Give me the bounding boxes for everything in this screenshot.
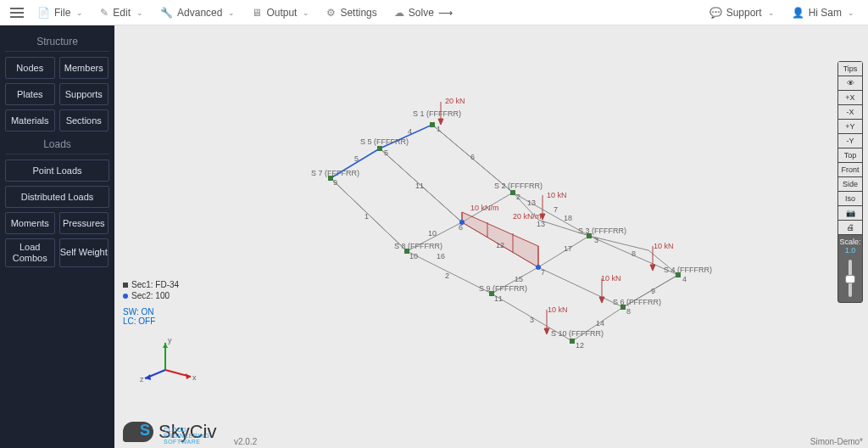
svg-text:5: 5	[354, 154, 359, 163]
svg-text:13: 13	[537, 220, 545, 228]
pressures-button[interactable]: Pressures	[59, 212, 109, 234]
user-icon: 👤	[792, 7, 804, 19]
scale-label: Scale:	[838, 235, 862, 246]
screenshot-button[interactable]: 📷	[838, 206, 862, 221]
axis-gizmo: x y z	[140, 336, 199, 390]
monitor-icon: 🖥	[252, 7, 262, 19]
svg-text:S 6 (FFFFRR): S 6 (FFFFRR)	[613, 298, 661, 306]
svg-text:4: 4	[408, 127, 412, 136]
self-weight-button[interactable]: Self Weight	[59, 238, 109, 267]
sections-button[interactable]: Sections	[59, 109, 109, 132]
svg-text:S 2 (FFFFRR): S 2 (FFFFRR)	[494, 182, 542, 190]
svg-text:10: 10	[409, 252, 418, 260]
status-bar: v2.0.2 Simon-Demo*	[229, 434, 868, 448]
view-plus-x-button[interactable]: +X	[838, 91, 862, 105]
menu-advanced[interactable]: 🔧Advanced⌄	[152, 0, 243, 25]
view-minus-y-button[interactable]: -Y	[838, 134, 862, 148]
svg-marker-103	[186, 373, 191, 379]
visibility-button[interactable]: 👁	[838, 76, 862, 91]
arrow-right-icon	[438, 7, 453, 19]
supports-button[interactable]: Supports	[59, 83, 109, 105]
svg-text:11: 11	[415, 182, 424, 190]
scale-slider[interactable]	[838, 257, 862, 302]
menu-solve[interactable]: ☁Solve	[386, 0, 461, 25]
view-front-button[interactable]: Front	[838, 163, 862, 177]
sidebar-structure-title: Structure	[5, 36, 109, 52]
svg-text:S 5 (FFFFRR): S 5 (FFFFRR)	[360, 137, 409, 146]
svg-text:10 kN: 10 kN	[548, 305, 568, 314]
svg-text:13: 13	[527, 199, 536, 207]
plates-button[interactable]: Plates	[5, 83, 55, 105]
view-minus-x-button[interactable]: -X	[838, 105, 862, 120]
svg-marker-37	[650, 265, 655, 271]
view-toolbar: Tips 👁 +X -X +Y -Y Top Front Side Iso 📷 …	[837, 61, 863, 303]
top-menu-bar: 📄File⌄ ✎Edit⌄ 🔧Advanced⌄ 🖥Output⌄ ⚙Setti…	[0, 0, 868, 25]
svg-text:3: 3	[594, 236, 598, 244]
svg-text:14: 14	[596, 319, 604, 328]
svg-text:15: 15	[515, 275, 523, 283]
wrench-icon: 🔧	[160, 7, 173, 19]
svg-text:10: 10	[428, 229, 437, 238]
hamburger-icon[interactable]	[5, 8, 29, 18]
svg-text:6: 6	[459, 223, 463, 232]
left-sidebar: Structure Nodes Members Plates Supports …	[0, 25, 114, 448]
view-top-button[interactable]: Top	[838, 148, 862, 163]
legend-sec2: Sec2: 100	[131, 291, 170, 300]
svg-text:7: 7	[541, 268, 545, 277]
svg-text:16: 16	[437, 252, 445, 260]
svg-rect-51	[570, 339, 575, 344]
svg-text:2: 2	[445, 272, 449, 280]
svg-text:8: 8	[632, 249, 636, 258]
load-combo-status: LC: OFF	[123, 316, 179, 326]
svg-text:10 kN: 10 kN	[601, 274, 621, 283]
menu-edit[interactable]: ✎Edit⌄	[92, 0, 152, 25]
view-side-button[interactable]: Side	[838, 177, 862, 192]
camera-icon: 📷	[846, 209, 855, 217]
tips-button[interactable]: Tips	[838, 62, 862, 76]
load-combos-button[interactable]: Load Combos	[5, 238, 55, 267]
view-plus-y-button[interactable]: +Y	[838, 120, 862, 134]
sidebar-loads-title: Loads	[5, 138, 109, 154]
svg-text:9: 9	[333, 178, 337, 187]
logo-tagline: CLOUD ENGINEERING SOFTWARE	[164, 427, 216, 445]
menu-user[interactable]: 👤Hi Sam⌄	[783, 0, 863, 25]
point-loads-button[interactable]: Point Loads	[5, 160, 109, 182]
chat-icon: 💬	[709, 7, 722, 19]
materials-button[interactable]: Materials	[5, 109, 55, 132]
members-button[interactable]: Members	[59, 57, 109, 79]
svg-text:10 kN: 10 kN	[547, 191, 567, 199]
model-canvas[interactable]: 20 kN 10 kN 10 kN 10 kN 10 kN 10 kN/m 20…	[114, 25, 868, 448]
nodes-button[interactable]: Nodes	[5, 57, 55, 79]
version-label: v2.0.2	[234, 437, 257, 446]
distributed-loads-button[interactable]: Distributed Loads	[5, 186, 109, 208]
svg-marker-39	[599, 297, 604, 303]
svg-text:S 8 (FFFFRR): S 8 (FFFFRR)	[394, 242, 442, 250]
menu-output[interactable]: 🖥Output⌄	[243, 0, 318, 25]
svg-text:12: 12	[496, 241, 504, 249]
menu-settings[interactable]: ⚙Settings	[318, 0, 385, 25]
print-button[interactable]: 🖨	[838, 221, 862, 235]
svg-text:S 3 (FFFFRR): S 3 (FFFFRR)	[578, 227, 626, 235]
structure-svg: 20 kN 10 kN 10 kN 10 kN 10 kN 10 kN/m 20…	[114, 25, 868, 448]
eye-icon: 👁	[847, 79, 854, 87]
svg-text:S 7 (FFFFRR): S 7 (FFFFRR)	[311, 169, 359, 177]
svg-text:18: 18	[564, 214, 572, 222]
moments-button[interactable]: Moments	[5, 212, 55, 234]
view-iso-button[interactable]: Iso	[838, 192, 862, 206]
svg-text:z: z	[140, 375, 144, 384]
svg-text:x: x	[192, 373, 197, 382]
print-icon: 🖨	[847, 223, 854, 232]
menu-support[interactable]: 💬Support⌄	[701, 0, 783, 25]
menu-file[interactable]: 📄File⌄	[29, 0, 92, 25]
svg-text:1: 1	[437, 125, 441, 133]
svg-text:11: 11	[494, 294, 503, 303]
svg-text:10 kN: 10 kN	[654, 242, 674, 250]
svg-text:20 kN: 20 kN	[445, 97, 465, 105]
svg-text:6: 6	[470, 153, 475, 161]
svg-text:9: 9	[651, 287, 655, 295]
svg-text:17: 17	[564, 244, 572, 253]
svg-text:1: 1	[364, 212, 369, 221]
svg-text:3: 3	[530, 316, 534, 324]
project-name: Simon-Demo*	[810, 437, 863, 446]
svg-text:12: 12	[576, 341, 584, 350]
